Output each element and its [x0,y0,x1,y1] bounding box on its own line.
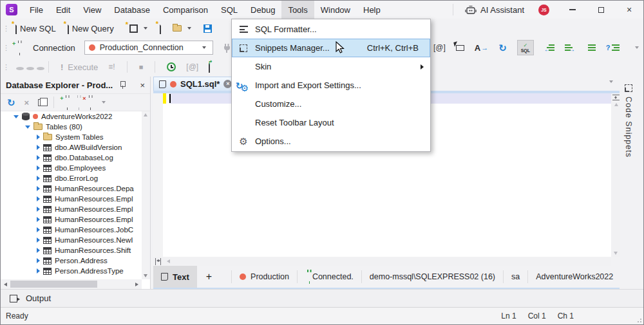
tree-item-table[interactable]: HumanResources.Empl [1,194,142,204]
chevron-right-icon[interactable] [37,268,40,274]
menu-comparison[interactable]: Comparison [156,1,214,19]
at-mentions-icon[interactable]: [@] [433,43,446,52]
chevron-right-icon[interactable] [37,248,40,253]
maximize-button[interactable] [587,1,615,19]
menu-item-customize[interactable]: Customize... [232,95,430,113]
tab-sql1[interactable]: SQL1.sql* × [153,77,238,91]
tree-vertical-scrollbar[interactable] [142,111,150,279]
tree-item-table[interactable]: dbo.ErrorLog [1,173,142,183]
new-document-button[interactable]: * [126,23,141,35]
explorer-delete-icon[interactable]: × [24,98,30,107]
new-sql-button[interactable]: * New SQL [12,22,59,35]
scroll-right-arrow[interactable] [135,283,138,286]
select-box-icon[interactable] [456,45,464,51]
tree-horizontal-scrollbar[interactable] [1,279,142,289]
tab-list-dropdown[interactable] [609,80,613,83]
chevron-right-icon[interactable] [37,227,40,232]
tree-item-table[interactable]: HumanResources.Empl [1,204,142,214]
decrease-indent-icon[interactable]: ← [544,44,554,51]
menu-database[interactable]: Database [108,1,156,19]
explorer-close-icon[interactable]: × [140,80,145,90]
execute-button[interactable]: ! Execute [61,62,98,72]
menu-item-reset-toolbar-layout[interactable]: Reset Toolbar Layout [232,113,430,132]
scroll-left-arrow[interactable] [4,283,7,286]
explorer-disconnect-icon[interactable]: × [86,98,89,107]
close-button[interactable]: × [615,1,643,19]
query-profiler-icon[interactable]: [@] [186,62,198,71]
tab-text-view[interactable]: Text [153,266,197,288]
chevron-down-icon[interactable] [25,125,30,129]
minimize-button[interactable] [558,1,587,19]
refresh-icon[interactable]: ↻ [498,43,507,53]
menu-edit[interactable]: Edit [50,1,77,19]
status-database[interactable]: AdventureWorks2022 [527,270,621,283]
stop-icon[interactable]: ■ [139,63,144,71]
scroll-up-arrow[interactable] [144,113,147,116]
user-avatar[interactable]: JS [538,5,549,15]
tree-item-table[interactable]: HumanResources.Shift [1,245,142,255]
explorer-duplicate-icon[interactable] [38,99,44,106]
tree-item-tables[interactable]: Tables (80) [1,122,142,132]
toolbar-grip[interactable]: ⋮ [3,44,8,52]
toolbar-grip[interactable]: ⋮ [3,24,8,33]
comment-lines-icon[interactable]: ? [606,44,620,51]
add-view-button[interactable]: + [197,271,221,283]
open-file-dropdown[interactable] [187,27,191,30]
navigate-icon[interactable]: A→ [475,43,488,53]
splitter-handle[interactable] [612,95,620,100]
tree-item-table[interactable]: HumanResources.JobC [1,225,142,235]
menu-sql[interactable]: SQL [214,1,244,19]
scroll-up-arrow[interactable] [614,103,618,106]
tab-code-snippets[interactable]: Code Snippets [624,84,633,158]
chevron-down-icon[interactable] [14,115,19,118]
menu-window[interactable]: Window [314,1,357,19]
chevron-right-icon[interactable] [37,145,40,150]
chevron-right-icon[interactable] [37,207,40,212]
scroll-down-arrow[interactable] [144,274,147,277]
tree-item-table[interactable]: HumanResources.Depa [1,183,142,194]
toolbar-grip[interactable]: ⋮ [3,63,8,71]
chevron-right-icon[interactable] [37,217,40,222]
tab-output[interactable]: Output [26,293,51,303]
resize-grip[interactable] [636,317,642,323]
connection-select[interactable]: Production_Connection [84,41,213,55]
menu-tools[interactable]: Tools [281,1,314,19]
scroll-thumb[interactable] [10,281,97,288]
explorer-new-connection-icon[interactable]: + [63,98,66,107]
tree-item-table[interactable]: HumanResources.NewI [1,235,142,245]
explorer-refresh-icon[interactable]: ↻ [7,98,15,107]
export-results-icon[interactable]: ↱ [209,62,210,72]
tree-item-database[interactable]: AdventureWorks2022 [1,111,142,122]
format-document-icon[interactable] [585,44,596,51]
menu-item-skin[interactable]: Skin [232,57,430,76]
chevron-right-icon[interactable] [37,258,40,263]
chevron-right-icon[interactable] [37,237,40,243]
tree-item-system-tables[interactable]: System Tables [1,132,142,142]
tree-item-table[interactable]: dbo.AWBuildVersion [1,142,142,153]
tree-item-table[interactable]: Person.Address [1,255,142,266]
chevron-right-icon[interactable] [37,186,40,191]
menu-item-sql-formatter[interactable]: SQL Formatter... [232,20,430,39]
editor-horizontal-scrollbar[interactable] [153,257,611,266]
menu-item-snippets-manager[interactable]: Snippets Manager... Ctrl+K, Ctrl+B [232,39,430,57]
chevron-right-icon[interactable] [37,135,40,140]
explorer-connect-icon[interactable] [75,98,77,107]
ai-assistant-button[interactable]: AI Assistant [460,5,529,15]
menu-item-import-export-settings[interactable]: ↻⚙ Import and Export Settings... [232,76,430,95]
menu-file[interactable]: File [23,1,50,19]
status-server[interactable]: demo-mssql\SQLEXPRESS02 (16) [361,270,503,283]
chevron-right-icon[interactable] [37,176,40,181]
new-document-dropdown[interactable] [144,27,147,30]
new-query-button[interactable]: * New Query [64,22,117,35]
menu-help[interactable]: Help [357,1,387,19]
status-user[interactable]: sa [503,270,527,283]
status-connection[interactable]: Production [231,270,297,283]
chevron-right-icon[interactable] [37,155,40,160]
chevron-right-icon[interactable] [37,196,40,201]
save-button[interactable] [200,23,215,35]
new-file-button[interactable]: * [156,22,164,35]
increase-indent-icon[interactable]: ← [565,44,575,51]
menu-view[interactable]: View [77,1,108,19]
menu-debug[interactable]: Debug [244,1,281,19]
tree-item-table[interactable]: dbo.DatabaseLog [1,153,142,163]
